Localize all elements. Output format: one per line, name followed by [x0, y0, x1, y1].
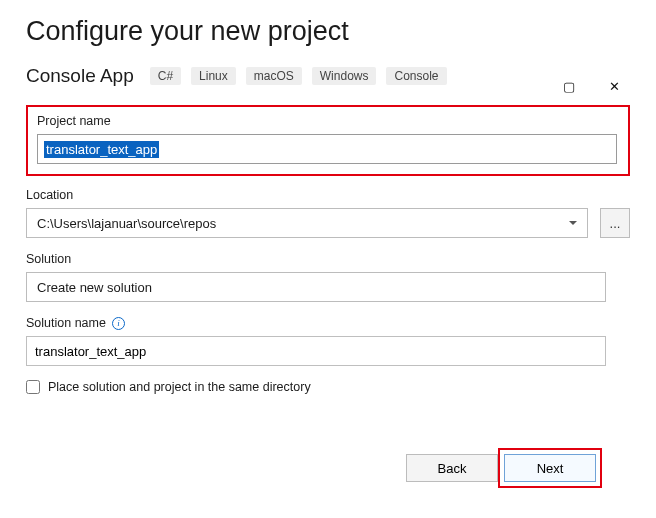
location-value: C:\Users\lajanuar\source\repos	[37, 216, 216, 231]
same-directory-checkbox-row[interactable]: Place solution and project in the same d…	[26, 380, 630, 394]
chevron-down-icon	[569, 221, 577, 225]
page-title: Configure your new project	[26, 16, 630, 47]
project-name-value: translator_text_app	[44, 141, 159, 158]
solution-label: Solution	[26, 252, 630, 266]
close-icon[interactable]: ✕	[609, 80, 620, 93]
location-combo[interactable]: C:\Users\lajanuar\source\repos	[26, 208, 588, 238]
project-name-input[interactable]: translator_text_app	[37, 134, 617, 164]
info-icon[interactable]: i	[112, 317, 125, 330]
template-name: Console App	[26, 65, 134, 87]
same-directory-checkbox[interactable]	[26, 380, 40, 394]
tag: Console	[386, 67, 446, 85]
solution-value: Create new solution	[37, 280, 152, 295]
location-label: Location	[26, 188, 630, 202]
tag: Linux	[191, 67, 236, 85]
solution-name-input[interactable]	[26, 336, 606, 366]
next-button[interactable]: Next	[504, 454, 596, 482]
back-button[interactable]: Back	[406, 454, 498, 482]
tag: Windows	[312, 67, 377, 85]
same-directory-label: Place solution and project in the same d…	[48, 380, 311, 394]
browse-button[interactable]: ...	[600, 208, 630, 238]
template-header: Console App C# Linux macOS Windows Conso…	[26, 65, 630, 87]
project-name-highlight: Project name translator_text_app	[26, 105, 630, 176]
tag: macOS	[246, 67, 302, 85]
tag: C#	[150, 67, 181, 85]
maximize-icon[interactable]: ▢	[563, 80, 575, 93]
solution-name-label: Solution name i	[26, 316, 630, 330]
project-name-label: Project name	[37, 114, 619, 128]
solution-combo[interactable]: Create new solution	[26, 272, 606, 302]
